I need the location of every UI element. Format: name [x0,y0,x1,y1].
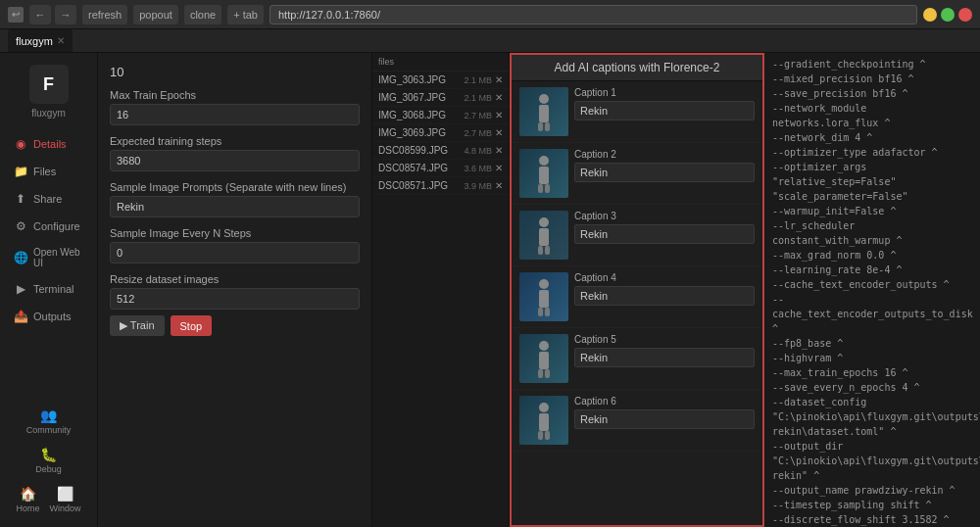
file-name: IMG_3069.JPG [378,127,460,138]
window-controls [923,8,972,22]
caption-item: Caption 2 [512,143,762,205]
sidebar-item-configure[interactable]: ⚙ Configure [4,214,93,239]
sidebar-label-configure: Configure [33,220,80,232]
file-size: 2.1 MB [464,93,492,103]
sidebar-item-terminal[interactable]: ▶ Terminal [4,276,93,302]
file-name: IMG_3068.JPG [378,110,460,120]
log-line: --network_module networks.lora_flux ^ [772,101,972,130]
minimize-button[interactable] [923,8,937,22]
file-remove-icon[interactable]: ✕ [495,110,503,120]
configure-icon: ⚙ [14,219,27,233]
stop-button[interactable]: Stop [171,315,213,336]
caption-thumb-bg [519,149,568,198]
caption-input[interactable] [574,348,755,367]
caption-item: Caption 1 [512,81,762,143]
sidebar-item-files[interactable]: 📁 Files [4,159,93,184]
log-line: --optimizer_type adafactor ^ [772,145,972,160]
sidebar-item-details[interactable]: ◉ Details [4,131,93,157]
home-icon: 🏠 [20,486,36,502]
file-panel: files IMG_3063.JPG 2.1 MB ✕ IMG_3067.JPG… [372,53,510,527]
caption-thumb-bg [519,87,568,136]
file-item[interactable]: IMG_3069.JPG 2.7 MB ✕ [372,124,509,142]
log-line: --timestep_sampling shift ^ [772,498,972,512]
log-line: --gradient_checkpointing ^ [772,57,972,72]
sample-every-input[interactable] [110,242,360,264]
caption-item: Caption 3 [512,205,762,266]
app-icon: ↩ [8,7,24,23]
window-icon: ⬜ [57,486,74,502]
sidebar-item-outputs[interactable]: 📤 Outputs [4,304,93,329]
log-line: --save_every_n_epochs 4 ^ [772,380,972,395]
log-line: --fp8_base ^ [772,336,972,351]
max-train-epochs-input[interactable] [110,104,360,125]
file-item[interactable]: IMG_3063.JPG 2.1 MB ✕ [372,72,509,89]
file-name: IMG_3063.JPG [378,74,460,85]
sidebar-label-share: Share [33,193,62,205]
file-remove-icon[interactable]: ✕ [495,74,503,85]
caption-right: Caption 2 [574,149,755,182]
log-panel: --gradient_checkpointing ^--mixed_precis… [764,53,980,527]
caption-item: Caption 5 [512,328,762,390]
clone-button[interactable]: clone [184,5,221,24]
svg-point-12 [539,279,549,289]
sidebar-item-open-web-ui[interactable]: 🌐 Open Web UI [4,241,93,274]
center-panel: 10 Max Train Epochs Expected training st… [98,53,372,527]
sidebar-item-community[interactable]: 👥 Community [0,402,97,441]
add-tab-button[interactable]: + tab [227,5,264,24]
file-item[interactable]: IMG_3067.JPG 2.1 MB ✕ [372,89,509,107]
tab-close-icon[interactable]: ✕ [57,35,65,46]
svg-point-16 [539,341,549,351]
close-button[interactable] [958,8,972,22]
expected-steps-input[interactable] [110,150,360,171]
file-remove-icon[interactable]: ✕ [495,145,503,156]
file-item[interactable]: DSC08574.JPG 3.6 MB ✕ [372,160,509,177]
caption-input[interactable] [574,409,755,429]
file-size: 3.9 MB [464,181,492,191]
sidebar-bottom: 👥 Community 🐛 Debug 🏠 Home ⬜ Window [0,402,97,527]
file-size: 2.7 MB [464,111,492,120]
caption-input[interactable] [574,163,755,182]
sample-prompt-label: Sample Image Prompts (Separate with new … [110,181,360,193]
address-bar[interactable] [270,5,917,24]
file-item[interactable]: DSC08599.JPG 4.8 MB ✕ [372,142,509,160]
sidebar-item-home[interactable]: 🏠 Home [16,480,39,519]
tab-fluxgym[interactable]: fluxgym ✕ [8,29,73,52]
caption-input[interactable] [574,286,755,306]
person-silhouette [534,154,554,193]
sidebar-item-debug[interactable]: 🐛 Debug [0,441,97,480]
details-icon: ◉ [14,137,27,151]
log-lines: --gradient_checkpointing ^--mixed_precis… [772,57,972,527]
resize-input[interactable] [110,288,360,310]
forward-button[interactable]: → [55,5,76,24]
file-remove-icon[interactable]: ✕ [495,92,503,103]
maximize-button[interactable] [941,8,955,22]
caption-input[interactable] [574,224,755,244]
svg-rect-10 [538,246,543,255]
log-line: --max_grad_norm 0.0 ^ [772,248,972,263]
log-line: --network_dim 4 ^ [772,130,972,145]
refresh-button[interactable]: refresh [82,5,127,24]
caption-label: Caption 2 [574,149,755,160]
file-remove-icon[interactable]: ✕ [495,180,503,191]
sidebar-item-window[interactable]: ⬜ Window [50,480,81,519]
file-size: 2.1 MB [464,75,492,85]
sidebar-item-share[interactable]: ⬆ Share [4,186,93,212]
svg-rect-1 [539,105,549,122]
caption-input[interactable] [574,101,755,120]
max-train-epochs-label: Max Train Epochs [110,89,360,101]
file-remove-icon[interactable]: ✕ [495,163,503,173]
train-button[interactable]: ▶ Train [110,315,165,336]
log-line: --lr_scheduler constant_with_warmup ^ [772,218,972,248]
svg-rect-19 [545,369,550,378]
file-item[interactable]: IMG_3068.JPG 2.7 MB ✕ [372,107,509,124]
caption-label: Caption 4 [574,272,755,283]
sample-prompt-input[interactable] [110,196,360,217]
file-item[interactable]: DSC08571.JPG 3.9 MB ✕ [372,177,509,195]
log-line: --max_train_epochs 16 ^ [772,365,972,380]
file-remove-icon[interactable]: ✕ [495,127,503,138]
popout-button[interactable]: popout [133,5,178,24]
logo-icon: F [29,65,69,104]
person-silhouette [534,216,554,255]
svg-rect-3 [545,122,550,131]
back-button[interactable]: ← [29,5,51,24]
